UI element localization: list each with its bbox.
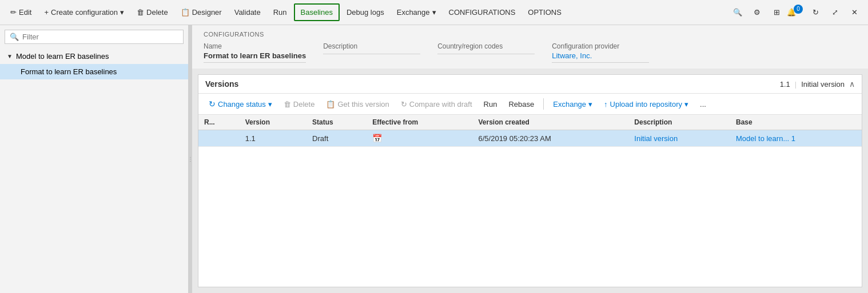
col-header-base: Base [730, 115, 862, 130]
office-icon: ⊞ [774, 8, 780, 17]
versions-table-container: R... Version Status Effective from Versi… [198, 115, 862, 287]
refresh-icon: ↻ [813, 8, 819, 17]
versions-delete-icon: 🗑 [284, 100, 291, 109]
config-header: CONFIGURATIONS Name Format to learn ER b… [192, 25, 868, 69]
tree-child-item[interactable]: Format to learn ER baselines [0, 64, 188, 79]
filter-icon: 🔍 [10, 33, 19, 41]
cell-version-created: 6/5/2019 05:20:23 AM [473, 130, 629, 147]
change-status-icon: ↻ [209, 99, 216, 109]
version-label-text: Initial version [801, 80, 845, 89]
col-header-description: Description [628, 115, 730, 130]
versions-title: Versions [205, 79, 238, 89]
delete-icon: 🗑 [137, 8, 144, 17]
configurations-button[interactable]: CONFIGURATIONS [443, 5, 521, 20]
open-new-window-button[interactable]: ⤢ [826, 3, 844, 22]
options-button[interactable]: OPTIONS [522, 5, 567, 20]
collapse-tree-icon: ▼ [7, 53, 13, 59]
cell-description: Initial version [628, 130, 730, 147]
versions-run-button[interactable]: Run [479, 98, 502, 111]
main-toolbar: ✏ Edit + Create configuration ▾ 🗑 Delete… [0, 0, 868, 25]
provider-field: Configuration provider Litware, Inc. [552, 42, 666, 63]
notification-badge: 0 [794, 5, 803, 14]
exchange-dropdown-icon: ▾ [588, 100, 592, 109]
cell-effective-from: 📅 [367, 130, 472, 147]
run-button[interactable]: Run [268, 5, 293, 20]
main-layout: 🔍 ▼ Model to learn ER baselines Format t… [0, 25, 868, 293]
country-field: Country/region codes [437, 42, 552, 63]
get-this-version-button[interactable]: 📋 Get this version [321, 98, 393, 111]
table-row[interactable]: 1.1 Draft 📅 6/5/2019 05:20:23 AM Initial… [198, 130, 862, 147]
versions-header: Versions 1.1 | Initial version ∧ [198, 75, 862, 94]
col-header-r: R... [198, 115, 240, 130]
col-header-version-created: Version created [473, 115, 629, 130]
close-icon: ✕ [851, 8, 858, 17]
versions-panel: Versions 1.1 | Initial version ∧ ↻ Chang… [198, 74, 862, 287]
edit-button[interactable]: ✏ Edit [5, 5, 37, 20]
col-header-effective-from: Effective from [367, 115, 472, 130]
validate-button[interactable]: Validate [229, 5, 266, 20]
refresh-button[interactable]: ↻ [806, 3, 825, 22]
versions-toolbar: ↻ Change status ▾ 🗑 Delete 📋 Get this ve… [198, 94, 862, 115]
description-value [323, 51, 420, 54]
content-area: CONFIGURATIONS Name Format to learn ER b… [192, 25, 868, 293]
designer-button[interactable]: 📋 Designer [175, 5, 228, 20]
dropdown-arrow-icon: ▾ [120, 8, 124, 17]
cell-status: Draft [306, 130, 367, 147]
col-header-status: Status [306, 115, 367, 130]
name-field: Name Format to learn ER baselines [204, 42, 323, 63]
plus-icon: + [44, 8, 49, 17]
office-button[interactable]: ⊞ [767, 3, 786, 22]
debug-logs-button[interactable]: Debug logs [341, 5, 390, 20]
baselines-button[interactable]: Baselines [294, 3, 340, 21]
description-link[interactable]: Initial version [634, 134, 678, 143]
versions-collapse-button[interactable]: ∧ [849, 79, 855, 89]
open-window-icon: ⤢ [832, 8, 838, 17]
cell-version: 1.1 [240, 130, 306, 147]
filter-input[interactable] [22, 33, 178, 41]
status-value: Draft [312, 134, 328, 143]
gear-icon: ⚙ [754, 8, 761, 17]
config-fields: Name Format to learn ER baselines Descri… [204, 42, 857, 69]
change-status-button[interactable]: ↻ Change status ▾ [204, 97, 277, 111]
rebase-button[interactable]: Rebase [504, 98, 539, 111]
sidebar: 🔍 ▼ Model to learn ER baselines Format t… [0, 25, 189, 293]
name-value: Format to learn ER baselines [204, 51, 306, 63]
change-status-arrow-icon: ▾ [268, 100, 272, 109]
name-label: Name [204, 42, 306, 50]
versions-exchange-button[interactable]: Exchange ▾ [548, 98, 597, 111]
settings-button[interactable]: ⚙ [748, 3, 766, 22]
version-separator: | [795, 80, 797, 89]
more-options-button[interactable]: ... [695, 98, 711, 111]
upload-icon: ↑ [604, 100, 608, 109]
breadcrumb: CONFIGURATIONS [204, 31, 857, 38]
version-number: 1.1 [780, 80, 790, 89]
upload-dropdown-icon: ▾ [684, 100, 688, 109]
base-link[interactable]: Model to learn... 1 [736, 134, 795, 143]
get-version-icon: 📋 [326, 100, 335, 109]
calendar-icon[interactable]: 📅 [372, 134, 382, 143]
country-value [437, 51, 535, 54]
provider-value[interactable]: Litware, Inc. [552, 51, 649, 63]
filter-box[interactable]: 🔍 [5, 30, 184, 44]
versions-delete-button[interactable]: 🗑 Delete [279, 98, 320, 111]
cell-base: Model to learn... 1 [730, 130, 862, 147]
tree-child-label: Format to learn ER baselines [21, 67, 117, 76]
edit-icon: ✏ [10, 8, 17, 17]
exchange-button[interactable]: Exchange ▾ [391, 5, 442, 20]
upload-into-repository-button[interactable]: ↑ Upload into repository ▾ [599, 98, 693, 111]
notifications-button[interactable]: 🔔0 [787, 3, 805, 22]
provider-label: Configuration provider [552, 42, 649, 50]
col-header-version: Version [240, 115, 306, 130]
close-button[interactable]: ✕ [845, 3, 863, 22]
tree-parent-label: Model to learn ER baselines [16, 52, 109, 61]
search-icon: 🔍 [733, 8, 742, 17]
exchange-arrow-icon: ▾ [432, 8, 436, 17]
tree-parent-item[interactable]: ▼ Model to learn ER baselines [0, 49, 188, 64]
delete-button[interactable]: 🗑 Delete [131, 5, 174, 20]
designer-icon: 📋 [181, 8, 190, 17]
search-button[interactable]: 🔍 [728, 3, 747, 22]
versions-meta: 1.1 | Initial version ∧ [780, 79, 855, 89]
create-configuration-button[interactable]: + Create configuration ▾ [38, 5, 130, 20]
versions-table: R... Version Status Effective from Versi… [198, 115, 862, 147]
compare-with-draft-button[interactable]: ↻ Compare with draft [396, 98, 477, 111]
